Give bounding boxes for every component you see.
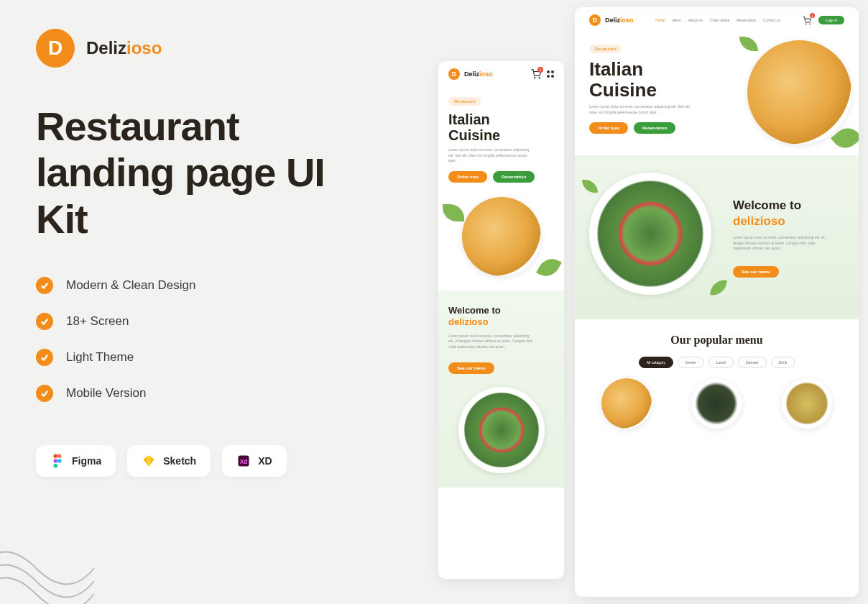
mobile-logo[interactable]: D Delizioso — [448, 68, 493, 80]
desktop-nav: Home Menu About us Order online Reservat… — [655, 18, 780, 22]
menu-icon[interactable] — [547, 70, 554, 78]
cart-icon[interactable]: 1 — [803, 15, 813, 25]
hero-badge: Restaurant — [448, 97, 481, 106]
mobile-preview: D Delizioso 1 Restaurant ItalianCuisine … — [438, 61, 564, 579]
brand-logo: D Delizioso — [36, 29, 381, 68]
welcome-description: Lorem ipsum dolor sit amet, consectetur … — [448, 334, 535, 350]
tool-label: Sketch — [163, 455, 196, 467]
desktop-preview: D Delizioso Home Menu About us Order onl… — [575, 7, 859, 597]
nav-menu[interactable]: Menu — [673, 18, 682, 22]
reservation-button[interactable]: Reservation — [634, 122, 675, 134]
sketch-icon — [142, 454, 156, 468]
pasta-dish-image — [747, 40, 851, 145]
tool-xd[interactable]: Xd XD — [222, 445, 286, 477]
mobile-header: D Delizioso 1 — [438, 61, 564, 87]
svg-point-2 — [53, 459, 57, 463]
tool-sketch[interactable]: Sketch — [127, 445, 211, 477]
nav-contact[interactable]: Contact us — [763, 18, 780, 22]
svg-point-0 — [53, 454, 57, 459]
xd-icon: Xd — [236, 454, 251, 468]
cart-icon[interactable]: 1 — [531, 69, 541, 79]
svg-point-9 — [535, 78, 535, 78]
leaf-icon — [536, 254, 562, 281]
desktop-welcome: Welcome todelizioso Lorem ipsum dolor si… — [575, 155, 859, 319]
menu-dish-image[interactable] — [601, 378, 652, 429]
feature-item: Mobile Version — [36, 385, 381, 402]
nav-reservation[interactable]: Reservation — [737, 18, 756, 22]
cart-badge: 1 — [810, 13, 815, 18]
feature-item: Light Theme — [36, 349, 381, 366]
desktop-logo[interactable]: D Delizioso — [589, 14, 634, 26]
leaf-icon — [710, 278, 727, 298]
tool-label: Figma — [72, 455, 101, 467]
mobile-welcome: Welcome todelizioso Lorem ipsum dolor si… — [438, 290, 564, 488]
check-icon — [36, 349, 53, 366]
tab-drink[interactable]: Drink — [771, 357, 795, 368]
svg-point-12 — [809, 24, 810, 24]
nav-about[interactable]: About us — [688, 18, 703, 22]
desktop-header: D Delizioso Home Menu About us Order onl… — [575, 7, 859, 33]
order-button[interactable]: Order now — [589, 122, 628, 134]
feature-item: Modern & Clean Design — [36, 277, 381, 294]
popular-title: Our popular menu — [585, 334, 849, 347]
logo-badge-small: D — [448, 68, 460, 80]
feature-list: Modern & Clean Design 18+ Screen Light T… — [36, 277, 381, 402]
feature-label: Modern & Clean Design — [66, 278, 195, 293]
check-icon — [36, 313, 53, 330]
menu-dish-image[interactable] — [782, 378, 832, 429]
tool-label: XD — [258, 455, 272, 467]
svg-text:Xd: Xd — [240, 459, 248, 465]
tab-dinner[interactable]: Dinner — [678, 357, 704, 368]
salad-dish-image — [458, 387, 545, 473]
reservation-button[interactable]: Reservation — [493, 171, 535, 183]
logo-badge: D — [36, 29, 75, 68]
leaf-icon — [443, 204, 464, 221]
check-icon — [36, 385, 53, 402]
hero-title: ItalianCuisine — [448, 111, 554, 143]
page-headline: Restaurant landing page UI Kit — [36, 104, 381, 242]
nav-home[interactable]: Home — [655, 18, 665, 22]
decorative-wave — [0, 503, 101, 604]
welcome-title: Welcome todelizioso — [733, 198, 844, 229]
svg-point-3 — [57, 459, 62, 463]
brand-name: Delizioso — [86, 38, 162, 58]
menu-dish-image[interactable] — [691, 378, 742, 429]
welcome-title: Welcome todelizioso — [448, 305, 554, 328]
see-menu-button[interactable]: See our menu — [448, 362, 494, 374]
cart-badge: 1 — [537, 67, 543, 73]
category-tabs: All catagory Dinner Lunch Dessert Drink — [585, 357, 849, 368]
mobile-hero: Restaurant ItalianCuisine Lorem ipsum do… — [438, 87, 564, 290]
tab-dessert[interactable]: Dessert — [738, 357, 766, 368]
tool-figma[interactable]: Figma — [36, 445, 116, 477]
welcome-description: Lorem ipsum dolor sit amet, consectetur … — [733, 235, 834, 252]
tools-row: Figma Sketch Xd XD — [36, 445, 381, 477]
hero-description: Lorem ipsum dolor sit amet, consectetur … — [448, 147, 535, 164]
svg-point-1 — [57, 454, 62, 459]
salad-dish-image — [589, 173, 711, 295]
tab-lunch[interactable]: Lunch — [708, 357, 734, 368]
hero-badge: Restaurant — [589, 45, 622, 53]
svg-point-10 — [539, 78, 540, 78]
brand-name-small: Delizioso — [464, 70, 493, 78]
desktop-hero: Restaurant ItalianCuisine Lorem ipsum do… — [575, 33, 859, 155]
nav-order[interactable]: Order online — [710, 18, 730, 22]
preview-panel: D Delizioso 1 Restaurant ItalianCuisine … — [431, 0, 868, 604]
hero-description: Lorem ipsum dolor sit amet, consectetur … — [589, 104, 690, 115]
check-icon — [36, 277, 53, 294]
feature-label: Mobile Version — [66, 386, 147, 401]
brand-name-small: Delizioso — [605, 17, 634, 24]
feature-label: 18+ Screen — [66, 314, 129, 329]
order-button[interactable]: Order now — [448, 171, 487, 183]
pasta-dish-image — [462, 197, 541, 276]
see-menu-button[interactable]: See our menu — [733, 266, 779, 278]
leaf-icon — [582, 180, 598, 193]
svg-point-4 — [53, 464, 57, 468]
feature-item: 18+ Screen — [36, 313, 381, 330]
info-panel: D Delizioso Restaurant landing page UI K… — [0, 0, 417, 604]
desktop-popular-menu: Our popular menu All catagory Dinner Lun… — [575, 319, 859, 443]
logo-badge-small: D — [589, 14, 601, 26]
tab-all[interactable]: All catagory — [639, 357, 673, 368]
svg-point-11 — [805, 24, 806, 24]
login-button[interactable]: Log in — [818, 16, 844, 24]
figma-icon — [50, 454, 65, 468]
